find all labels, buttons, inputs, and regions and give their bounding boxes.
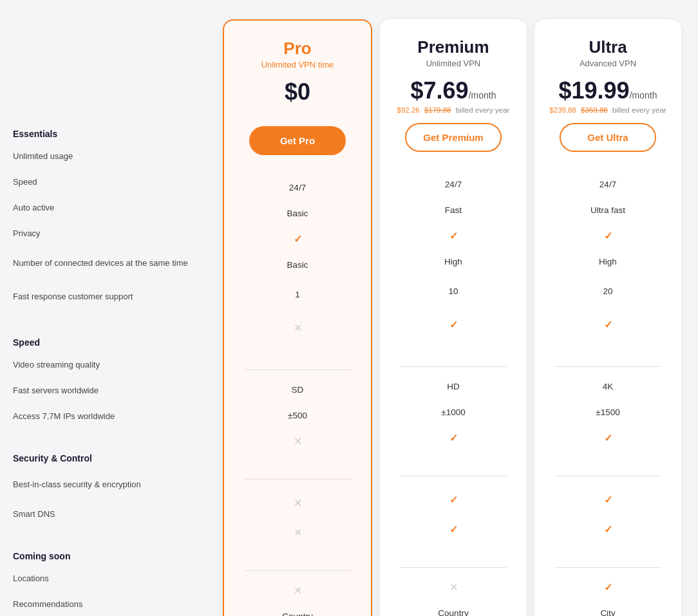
pro-cell-auto-active: ✓ (231, 226, 364, 252)
plan-ultra-name: Ultra (547, 37, 668, 57)
plan-ultra-subtitle: Advanced VPN (547, 59, 668, 68)
feature-video-streaming: Video streaming quality (13, 351, 212, 377)
ultra-cell-privacy: High (541, 248, 675, 274)
plan-pro-button[interactable]: Get Pro (249, 126, 346, 155)
pro-cell-customer-support: ✕ (231, 311, 364, 344)
plan-ultra-header: Ultra Advanced VPN $19.99/month $239.88 … (534, 19, 681, 165)
premium-cell-security: ✓ (386, 483, 520, 516)
ultra-divider-2 (541, 451, 675, 476)
pro-cell-fast-servers: ±500 (231, 402, 364, 428)
premium-divider-2 (386, 451, 520, 476)
ultra-cell-auto-active: ✓ (541, 223, 675, 248)
ultra-cell-customer-support: ✓ (541, 308, 675, 341)
premium-divider-1 (386, 341, 520, 367)
premium-divider-3 (386, 542, 520, 568)
ultra-cell-fast-servers: ±1500 (541, 399, 675, 425)
section-essentials: Essentials (13, 122, 212, 143)
pro-cell-speed: Basic (231, 200, 364, 226)
ultra-cell-video-streaming: 4K (541, 373, 675, 399)
ultra-cell-unlimited-usage: 24/7 (541, 171, 675, 197)
section-speed: Speed (13, 331, 212, 351)
pro-divider-2 (231, 454, 364, 480)
premium-cell-privacy: High (386, 248, 520, 274)
plan-premium-subtitle: Unlimited VPN (393, 59, 514, 68)
feature-unlimited-usage: Unlimited usage (13, 143, 212, 169)
plan-ultra-button[interactable]: Get Ultra (560, 123, 656, 152)
plan-premium-header: Premium Unlimited VPN $7.69/month $92.26… (380, 19, 527, 165)
premium-cell-auto-active: ✓ (386, 223, 520, 248)
comparison-table: Essentials Unlimited usage Speed Auto ac… (13, 13, 685, 616)
premium-cell-unlimited-usage: 24/7 (386, 171, 520, 197)
features-column: Essentials Unlimited usage Speed Auto ac… (13, 19, 219, 616)
pro-cell-recommendations: Country (231, 603, 364, 616)
ultra-cell-access-ips: ✓ (541, 425, 675, 451)
feature-locations: Locations (13, 565, 212, 591)
pro-divider-3 (231, 545, 364, 571)
pro-cell-security: ✕ (231, 486, 364, 519)
premium-cell-smart-dns: ✓ (386, 516, 520, 542)
plan-ultra: Ultra Advanced VPN $19.99/month $239.88 … (534, 19, 681, 616)
ultra-cell-smart-dns: ✓ (541, 516, 675, 542)
ultra-cell-speed: Ultra fast (541, 197, 675, 223)
pro-cell-connected-devices: 1 (231, 277, 364, 311)
plan-ultra-cells: 24/7 Ultra fast ✓ High 20 ✓ 4K ±1500 ✓ ✓… (534, 165, 681, 616)
pro-cell-video-streaming: SD (231, 377, 364, 402)
plan-pro-cells: 24/7 Basic ✓ Basic 1 ✕ SD ±500 ✕ (224, 168, 371, 616)
pro-cell-unlimited-usage: 24/7 (231, 174, 364, 200)
plan-premium-billing: $92.26 $179.88 billed every year (393, 106, 514, 114)
premium-cell-locations: ✕ (386, 574, 520, 600)
plan-pro-price: $0 (237, 79, 358, 106)
pro-cell-access-ips: ✕ (231, 428, 364, 454)
feature-access-ips: Access 7,7M IPs worldwide (13, 403, 212, 429)
ultra-cell-locations: ✓ (541, 574, 675, 600)
plan-pro: Pro Unlimited VPN time $0 Get Pro 24/7 B… (223, 19, 372, 616)
plan-premium-name: Premium (393, 37, 514, 57)
section-coming-soon: Coming soon (13, 545, 212, 565)
plan-premium-price: $7.69/month (393, 77, 514, 104)
ultra-divider-3 (541, 542, 675, 568)
premium-cell-speed: Fast (386, 197, 520, 223)
plan-pro-subtitle: Unlimited VPN time (237, 60, 358, 70)
plan-premium-button[interactable]: Get Premium (405, 123, 502, 152)
premium-cell-fast-servers: ±1000 (386, 399, 520, 425)
plan-ultra-price: $19.99/month (547, 77, 668, 104)
pro-cell-privacy: Basic (231, 252, 364, 277)
premium-cell-recommendations: Country (386, 600, 520, 616)
feature-speed: Speed (13, 169, 212, 194)
plan-premium: Premium Unlimited VPN $7.69/month $92.26… (380, 19, 527, 616)
plan-pro-name: Pro (237, 39, 358, 59)
ultra-cell-connected-devices: 20 (541, 274, 675, 308)
pro-divider-1 (231, 344, 364, 370)
feature-customer-support: Fast response customer support (13, 279, 212, 313)
plan-pro-header: Pro Unlimited VPN time $0 Get Pro (224, 21, 371, 168)
plan-premium-cells: 24/7 Fast ✓ High 10 ✓ HD ±1000 ✓ ✓ ✓ ✕ C… (380, 165, 527, 616)
feature-recommendations: Recommendations (13, 591, 212, 616)
plan-ultra-billing: $239.88 $359.88 billed every year (547, 106, 668, 114)
ultra-divider-1 (541, 341, 675, 367)
premium-cell-customer-support: ✓ (386, 308, 520, 341)
feature-auto-active: Auto active (13, 194, 212, 220)
ultra-cell-security: ✓ (541, 483, 675, 516)
premium-cell-access-ips: ✓ (386, 425, 520, 451)
feature-privacy: Privacy (13, 220, 212, 246)
premium-cell-video-streaming: HD (386, 373, 520, 399)
feature-smart-dns: Smart DNS (13, 501, 212, 527)
ultra-cell-recommendations: City (541, 600, 675, 616)
feature-fast-servers: Fast servers worldwide (13, 377, 212, 403)
pro-cell-locations: ✕ (231, 577, 364, 603)
feature-connected-devices: Number of connected devices at the same … (13, 246, 212, 279)
pro-cell-smart-dns: ✕ (231, 519, 364, 545)
section-security: Security & Control (13, 447, 212, 467)
premium-cell-connected-devices: 10 (386, 274, 520, 308)
feature-security-encryption: Best-in-class security & encryption (13, 467, 212, 501)
